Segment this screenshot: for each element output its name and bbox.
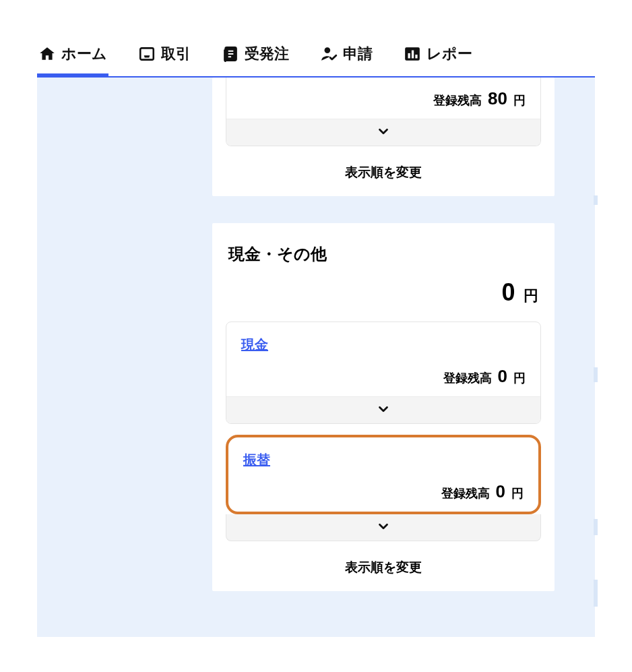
- chevron-down-icon: [376, 124, 391, 142]
- svg-rect-6: [415, 55, 417, 58]
- yen-unit: 円: [524, 287, 538, 304]
- balance-row: 登録残高 0 円: [228, 479, 538, 512]
- person-check-icon: [320, 45, 338, 63]
- balance-row: 登録残高 80 円: [226, 78, 540, 119]
- tab-label: ホーム: [61, 44, 107, 64]
- reorder-button[interactable]: 表示順を変更: [212, 541, 555, 579]
- expand-toggle[interactable]: [226, 396, 540, 423]
- yen-unit: 円: [513, 94, 526, 107]
- tab-label: 申請: [343, 44, 373, 64]
- yen-unit: 円: [513, 371, 526, 385]
- balance-label: 登録残高: [443, 371, 492, 385]
- card-cash-other: 現金・その他 0 円 現金 登録残高 0 円: [212, 223, 555, 591]
- svg-rect-0: [140, 48, 154, 59]
- account-box-cash: 現金 登録残高 0 円: [226, 322, 541, 424]
- balance-label: 登録残高: [433, 94, 482, 107]
- section-total: 0 円: [212, 278, 555, 322]
- top-nav: ホーム 取引 受発注 申請 レポー: [37, 37, 595, 78]
- balance-value: 0: [498, 366, 507, 386]
- account-link-transfer[interactable]: 振替: [243, 452, 270, 467]
- tab-home[interactable]: ホーム: [37, 37, 108, 76]
- svg-rect-5: [412, 51, 414, 59]
- tab-label: 受発注: [245, 44, 289, 64]
- account-box-transfer: 振替 登録残高 0 円: [226, 435, 541, 514]
- chevron-down-icon: [376, 402, 391, 419]
- chevron-down-icon: [376, 519, 391, 537]
- section-title: 現金・その他: [212, 223, 555, 278]
- balance-label: 登録残高: [441, 487, 490, 500]
- balance-value: 0: [496, 481, 505, 501]
- yen-unit: 円: [511, 487, 524, 500]
- account-link-cash[interactable]: 現金: [241, 337, 268, 352]
- balance-row: 登録残高 0 円: [226, 363, 540, 396]
- reorder-button[interactable]: 表示順を変更: [212, 146, 555, 184]
- tab-transactions[interactable]: 取引: [137, 37, 192, 76]
- svg-point-2: [325, 47, 331, 53]
- inbox-icon: [138, 45, 156, 63]
- tab-label: レポー: [426, 44, 472, 64]
- expand-toggle[interactable]: [226, 514, 541, 541]
- home-icon: [38, 45, 56, 63]
- total-value: 0: [502, 278, 515, 306]
- tab-orders[interactable]: 受発注: [220, 37, 290, 76]
- tab-label: 取引: [161, 44, 191, 64]
- card-previous: 登録残高 80 円 表示順を変更: [212, 78, 555, 196]
- expand-toggle[interactable]: [226, 119, 540, 146]
- tab-requests[interactable]: 申請: [319, 37, 374, 76]
- bar-chart-icon: [404, 45, 421, 63]
- document-list-icon: [222, 45, 239, 63]
- svg-rect-4: [408, 53, 410, 59]
- balance-value: 80: [488, 88, 507, 109]
- page-body: 登録残高 80 円 表示順を変更 現金・その他 0: [37, 78, 595, 637]
- tab-reports[interactable]: レポー: [402, 37, 472, 76]
